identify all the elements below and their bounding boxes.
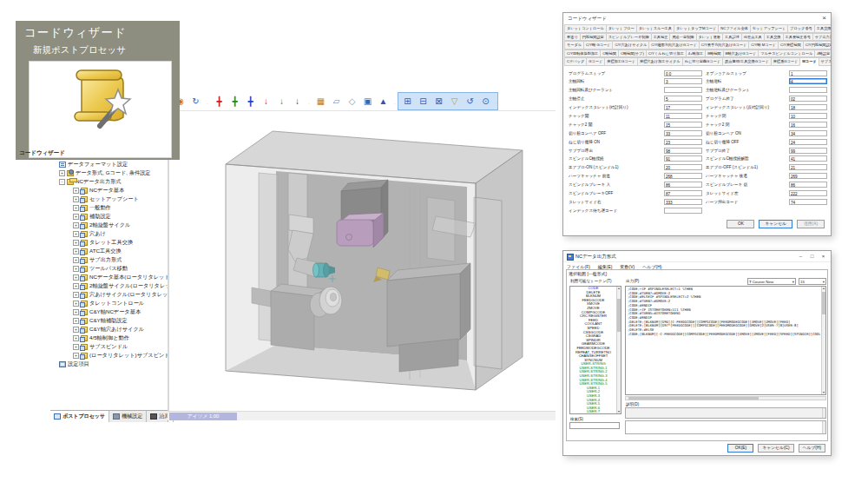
menu-item[interactable]: 編集(E)	[598, 264, 613, 269]
tree-expand-toggle[interactable]: +	[73, 283, 79, 289]
stock-box-icon[interactable]: ▣	[360, 94, 375, 109]
regen-icon[interactable]: ↻	[188, 94, 203, 109]
tree-item[interactable]: + NCデータ基本	[50, 186, 168, 195]
panel-tab[interactable]: 機械設定	[109, 411, 147, 422]
tree-item[interactable]: + 2軸旋盤サイクル(ロータリタレット)	[50, 281, 168, 290]
wizard-tab[interactable]: NCファイル全体	[718, 24, 751, 33]
tree-item[interactable]: + NCデータ基本(ロータリタレット)	[50, 273, 168, 281]
wizard-tab[interactable]: Cデバッグ	[564, 57, 587, 66]
mcode-value-input[interactable]: 4	[789, 78, 827, 84]
tree-expand-toggle[interactable]: +	[73, 309, 79, 315]
tree-expand-toggle[interactable]: +	[73, 266, 79, 272]
tree-expand-toggle[interactable]: +	[73, 196, 79, 202]
wizard-tab[interactable]: マルチスピンドルコントロール	[758, 50, 815, 58]
mcode-value-input[interactable]: 21	[789, 164, 827, 170]
jump-y-icon[interactable]: ↓	[274, 94, 289, 109]
sketch-icon[interactable]: ◇	[345, 94, 359, 109]
tree-item[interactable]: - NCデータ出力形式	[50, 177, 168, 186]
sim-stock-icon[interactable]: ⊟	[416, 94, 431, 109]
menu-item[interactable]: 変数(V)	[621, 264, 635, 269]
tree-item[interactable]: 設定項目	[50, 360, 168, 368]
mcode-value-input[interactable]: 24	[789, 139, 827, 145]
mcode-value-input[interactable]: 269	[789, 173, 827, 179]
sim-machine-icon[interactable]: ⊞	[400, 94, 415, 109]
tree-item[interactable]: + ツールパス移動	[50, 264, 168, 273]
font-size-select[interactable]: 15▾	[799, 278, 826, 285]
tree-item[interactable]: + タレットコントロール	[50, 299, 168, 307]
tree-expand-toggle[interactable]: +	[73, 353, 79, 359]
wizard-tab[interactable]: タレットフロー	[606, 24, 637, 33]
mcode-value-input[interactable]: 222	[789, 190, 827, 196]
mcode-value-input[interactable]: 0,0	[664, 70, 702, 76]
wizard-tab[interactable]: 座標穴あけ加工サイクル	[637, 57, 683, 66]
tree-item[interactable]: + データ形式, Gコード, 条件設定	[50, 169, 168, 177]
wizard-tab[interactable]: C/Y穴あけサイクル	[612, 41, 649, 50]
tree-expand-toggle[interactable]: +	[73, 292, 79, 298]
code-hscrollbar[interactable]	[625, 396, 826, 400]
wizard-tab[interactable]: スピンドルブレーキ制御	[606, 33, 652, 42]
tree-expand-toggle[interactable]: +	[73, 222, 79, 228]
wizard-tab[interactable]: タレットタップMコード	[674, 24, 719, 33]
wizard-tab[interactable]: 工具長補正番号	[783, 33, 813, 42]
mcode-value-input[interactable]: 3	[664, 78, 702, 84]
wizard-tab[interactable]: C/Y端面方向穴あけGコード	[648, 41, 700, 50]
mcode-value-input[interactable]: 5	[664, 96, 702, 102]
ok-button[interactable]: OK	[727, 220, 754, 228]
tree-item[interactable]: + 穴あけ	[50, 229, 168, 238]
tree-expand-toggle[interactable]: +	[73, 231, 79, 237]
tree-item[interactable]: + C&Y軸穴あけサイクル	[50, 325, 168, 334]
mcode-value-input[interactable]: 1	[789, 70, 827, 76]
token-list-scrollbar[interactable]: ▲ ▼	[616, 287, 621, 413]
maximize-icon[interactable]: □	[806, 251, 818, 261]
tree-item[interactable]: + セットアップシート	[50, 195, 168, 203]
wizard-tab[interactable]: C軸補間	[600, 50, 619, 58]
tree-item[interactable]: + 2軸旋盤サイクル	[50, 221, 168, 229]
wizard-tab[interactable]: 工具補正	[651, 33, 671, 42]
wizard-tab[interactable]: C/Y座標補間	[778, 41, 804, 50]
jump-x-icon[interactable]: ↓	[259, 94, 273, 109]
mcode-value-input[interactable]: 268	[664, 173, 702, 179]
sim-check-icon[interactable]: ⊙	[478, 94, 493, 109]
wizard-tab[interactable]: サブ出力形式	[812, 33, 831, 42]
sim-funnel-icon[interactable]: ▽	[447, 94, 462, 109]
tree-expand-toggle[interactable]: +	[73, 274, 79, 281]
wizard-tab[interactable]: 4+軸加工	[686, 50, 706, 58]
panel-tab[interactable]: ポストプロセッサ	[50, 411, 109, 422]
mcode-value-input[interactable]: 02	[789, 96, 827, 102]
tree-expand-toggle[interactable]: +	[73, 205, 79, 211]
ok-button[interactable]: OK(E)	[727, 444, 753, 453]
wizard-tab[interactable]: 座標加工Gコード	[604, 57, 638, 66]
mcode-value-input[interactable]: 34	[789, 130, 827, 136]
wizard-tab[interactable]: Mコード	[799, 57, 819, 66]
wizard-tab[interactable]: 工具交換	[764, 33, 784, 42]
mcode-value-input[interactable]: 74	[789, 199, 827, 205]
mcode-value-input[interactable]: 17	[664, 104, 702, 110]
menu-item[interactable]: ファイル(F)	[567, 264, 590, 269]
mcode-value-input[interactable]: 15	[664, 122, 702, 128]
tree-item[interactable]: + サブ出力形式	[50, 255, 168, 264]
tree-item[interactable]: + 一般動作	[50, 203, 168, 212]
wizard-tab[interactable]: Gコード	[586, 57, 605, 66]
code-vscrollbar[interactable]: ▲ ▼	[821, 287, 825, 394]
mcode-value-input[interactable]	[664, 208, 702, 214]
close-icon[interactable]: ×	[818, 251, 829, 261]
search-input[interactable]	[569, 422, 620, 429]
mcode-value-input[interactable]: 16	[789, 122, 827, 128]
sim-remove-icon[interactable]: ⊠	[431, 94, 446, 109]
wizard-tab[interactable]: C/Y円弧補間設定	[803, 41, 831, 50]
apply-button[interactable]: 適用(A)	[797, 220, 825, 228]
wizard-tab[interactable]: 工具交換ブロック番号	[814, 24, 831, 33]
mcode-value-input[interactable]	[789, 87, 827, 93]
mcode-value-input[interactable]: 33	[664, 130, 702, 136]
mcode-value-input[interactable]: 91	[664, 155, 702, 162]
tree-expand-toggle[interactable]: +	[73, 335, 79, 341]
tree-expand-toggle[interactable]: +	[73, 301, 79, 307]
wizard-tab[interactable]: 原点復帰/工具交換Gコード	[722, 57, 772, 66]
tree-expand-toggle[interactable]: +	[73, 240, 79, 246]
tree-expand-toggle[interactable]: +	[73, 344, 79, 350]
jump-z-icon[interactable]: ↓	[290, 94, 305, 109]
tree-expand-toggle[interactable]: +	[73, 318, 79, 324]
wizard-tab[interactable]: セットアップシート	[750, 24, 788, 33]
wizard-tab[interactable]: 早送り	[564, 33, 581, 42]
tree-item[interactable]: + (ロータリタレット)サブスピンドル	[50, 351, 168, 360]
